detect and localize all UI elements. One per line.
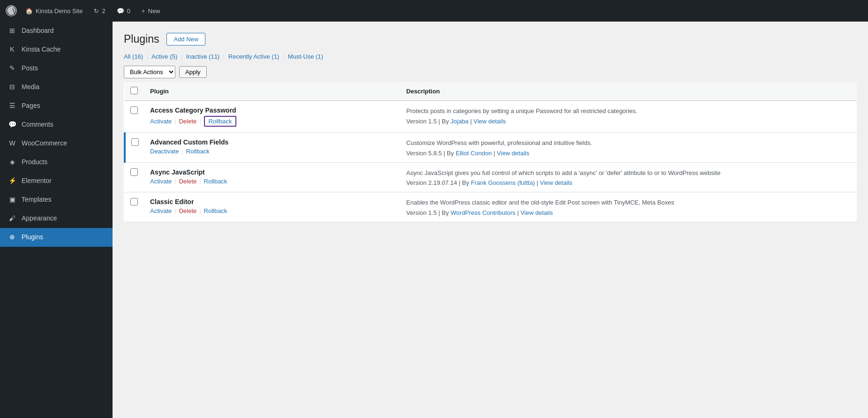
sidebar-item-label: Pages [22,101,40,111]
plugin-action-activate-access-category-password[interactable]: Activate [150,118,172,125]
sidebar-item-label: Elementor [22,176,52,186]
plugin-description: Async JavaScript gives you full control … [406,168,851,178]
bulk-actions-select[interactable]: Bulk Actions Activate Deactivate Delete [124,66,175,78]
sidebar-item-label: Appearance [22,214,57,223]
media-icon: ⊟ [8,83,17,92]
plugin-description: Protects posts in categories by setting … [406,106,851,116]
site-name-item[interactable]: 🏠 Kinsta Demo Site [21,0,87,22]
sidebar-item-templates[interactable]: ▣ Templates [0,190,113,209]
templates-icon: ▣ [8,195,17,205]
select-all-checkbox[interactable] [130,87,138,94]
table-row: Classic Editor Activate | Delete | Rollb… [125,192,857,222]
plugin-author-link[interactable]: Elliot Condon [456,150,492,157]
plugin-actions: Deactivate | Rollback [150,148,395,155]
plugin-actions: Activate | Delete | Rollback [150,116,395,127]
plugin-action-deactivate-advanced-custom-fields[interactable]: Deactivate [150,148,179,155]
plugin-author-link[interactable]: Frank Goossens (futtta) [471,179,535,186]
sidebar-item-label: Templates [22,195,52,205]
kinsta-cache-icon: K [8,45,17,54]
products-icon: ◈ [8,158,17,167]
sidebar-item-media[interactable]: ⊟ Media [0,78,113,97]
sidebar-item-pages[interactable]: ☰ Pages [0,97,113,115]
plugin-author-link[interactable]: Jojaba [451,118,468,125]
plugins-icon: ⊕ [8,233,17,242]
sidebar-item-label: Posts [22,64,38,73]
sidebar-item-dashboard[interactable]: ⊞ Dashboard [0,22,113,40]
sidebar-item-appearance[interactable]: 🖌 Appearance [0,209,113,228]
plugin-name: Access Category Password [150,106,395,114]
plugin-view-details-link[interactable]: View details [521,209,553,216]
new-item[interactable]: + New [137,0,165,22]
sidebar-item-label: Kinsta Cache [22,45,60,54]
page-header: Plugins Add New [124,33,857,46]
filter-recently-active[interactable]: Recently Active (1) [228,53,279,60]
apply-button[interactable]: Apply [179,66,207,78]
sidebar-item-posts[interactable]: ✎ Posts [0,59,113,78]
plugin-action-activate-classic-editor[interactable]: Activate [150,207,172,214]
comments-count: 0 [127,8,130,15]
sidebar-item-label: Media [22,83,39,92]
appearance-icon: 🖌 [8,214,17,223]
plugin-actions: Activate | Delete | Rollback [150,207,395,214]
col-header-checkbox [125,82,144,101]
plugin-meta: Version 1.5 | By Jojaba | View details [406,118,851,125]
plugin-view-details-link[interactable]: View details [474,118,506,125]
updates-count: 2 [102,8,105,15]
sidebar-item-label: Plugins [22,233,43,242]
sidebar-item-products[interactable]: ◈ Products [0,153,113,172]
sidebar-item-plugins[interactable]: ⊕ Plugins [0,228,113,247]
plugin-actions: Activate | Delete | Rollback [150,178,395,185]
plugin-description: Customize WordPress with powerful, profe… [406,138,851,148]
posts-icon: ✎ [8,64,17,73]
sidebar-item-comments[interactable]: 💬 Comments [0,115,113,134]
filter-links: All (16) | Active (5) | Inactive (11) | … [124,53,857,60]
dashboard-icon: ⊞ [8,26,17,36]
updates-item[interactable]: ↻ 2 [89,0,110,22]
new-label: New [148,8,160,15]
filter-inactive[interactable]: Inactive (11) [186,53,220,60]
plugin-action-rollback-advanced-custom-fields[interactable]: Rollback [186,148,210,155]
plugin-action-rollback-async-javascript[interactable]: Rollback [204,178,227,185]
plugin-view-details-link[interactable]: View details [540,179,572,186]
sidebar-item-label: Products [22,158,47,167]
plugin-action-rollback-classic-editor[interactable]: Rollback [204,207,227,214]
plugin-meta: Version 2.19.07.14 | By Frank Goossens (… [406,179,851,186]
elementor-icon: ⚡ [8,176,17,186]
plugin-action-rollback-access-category-password[interactable]: Rollback [204,116,237,127]
comments-icon: 💬 [8,120,17,129]
add-new-button[interactable]: Add New [166,33,205,46]
sidebar-item-label: Dashboard [22,26,54,36]
col-header-plugin: Plugin [144,82,400,101]
plugin-author-link[interactable]: WordPress Contributors [451,209,515,216]
plugin-checkbox-classic-editor[interactable] [130,198,138,205]
plugin-action-delete-access-category-password[interactable]: Delete [179,118,197,125]
plugin-view-details-link[interactable]: View details [497,150,529,157]
sidebar-item-woocommerce[interactable]: W WooCommerce [0,134,113,153]
table-row: Access Category Password Activate | Dele… [125,101,857,133]
plugin-action-delete-async-javascript[interactable]: Delete [179,178,197,185]
plugin-meta: Version 1.5 | By WordPress Contributors … [406,209,851,216]
sidebar-item-elementor[interactable]: ⚡ Elementor [0,172,113,190]
filter-must-use[interactable]: Must-Use (1) [288,53,323,60]
comments-item[interactable]: 💬 0 [112,0,135,22]
col-header-desc: Description [400,82,857,101]
filter-active[interactable]: Active (5) [151,53,177,60]
plugin-action-activate-async-javascript[interactable]: Activate [150,178,172,185]
sidebar-item-kinsta-cache[interactable]: K Kinsta Cache [0,40,113,59]
plugin-checkbox-advanced-custom-fields[interactable] [131,138,139,146]
plugin-description: Enables the WordPress classic editor and… [406,198,851,207]
admin-bar: 🏠 Kinsta Demo Site ↻ 2 💬 0 + New [0,0,868,22]
sidebar: ⊞ Dashboard K Kinsta Cache ✎ Posts ⊟ Med… [0,22,113,418]
pages-icon: ☰ [8,101,17,111]
sidebar-item-label: Comments [22,120,53,129]
table-row: Async JavaScript Activate | Delete | Rol… [125,162,857,192]
plugin-checkbox-access-category-password[interactable] [130,106,138,114]
table-row: Advanced Custom Fields Deactivate | Roll… [125,133,857,163]
plugins-table: Plugin Description Access Category Passw… [124,82,857,222]
plugin-action-delete-classic-editor[interactable]: Delete [179,207,197,214]
wp-logo[interactable] [4,3,19,18]
plugin-checkbox-async-javascript[interactable] [130,168,138,176]
filter-all[interactable]: All (16) [124,53,143,60]
page-title: Plugins [124,33,159,46]
main-content: Plugins Add New All (16) | Active (5) | … [113,22,868,418]
